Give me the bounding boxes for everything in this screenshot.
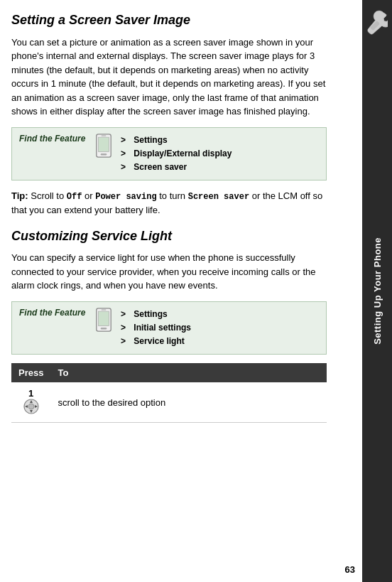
wrench-icon-container xyxy=(366,10,388,39)
svg-rect-3 xyxy=(102,135,107,136)
table-header-press: Press xyxy=(11,363,50,382)
table-header-to: To xyxy=(50,363,327,382)
find-feature-steps-2: > Settings > Initial settings > Service … xyxy=(121,308,191,349)
tip-text: Tip: Scroll to Off or Power saving to tu… xyxy=(11,189,327,217)
svg-rect-5 xyxy=(98,311,109,325)
side-tab: Setting Up Your Phone xyxy=(362,0,392,582)
section1-title: Setting a Screen Saver Image xyxy=(11,13,327,28)
section1-body: You can set a picture or animation as a … xyxy=(11,36,327,119)
find-feature-label-2: Find the Feature xyxy=(19,308,87,318)
find-feature-box-1: Find the Feature > Settings > Display/Ex… xyxy=(11,127,327,181)
side-tab-label: Setting Up Your Phone xyxy=(372,237,383,345)
tip-power-saving: Power saving xyxy=(95,192,156,202)
table-header-row: Press To xyxy=(11,363,327,382)
find-feature-label-1: Find the Feature xyxy=(19,134,87,144)
service-light-step: Service light xyxy=(134,335,184,348)
svg-rect-1 xyxy=(98,137,109,151)
row-number: 1 xyxy=(18,388,43,399)
table-cell-action: scroll to the desired option xyxy=(50,382,327,423)
press-to-table: Press To 1 xyxy=(11,363,327,423)
initial-settings-step: Initial settings xyxy=(134,321,191,335)
section2-title: Customizing Service Light xyxy=(11,229,327,244)
table-cell-number: 1 xyxy=(11,382,50,423)
svg-rect-7 xyxy=(102,309,107,311)
page-container: Setting a Screen Saver Image You can set… xyxy=(0,0,392,582)
page-number: 63 xyxy=(345,564,355,575)
phone-icon-1 xyxy=(94,134,114,158)
table-row: 1 scroll to the desired option xyxy=(11,382,327,423)
svg-point-9 xyxy=(28,404,34,409)
svg-rect-6 xyxy=(101,328,107,330)
find-feature-steps-1: > Settings > Display/External display > … xyxy=(121,134,232,175)
find-feature-box-2: Find the Feature > Settings > Initial se… xyxy=(11,301,327,355)
tip-screen-saver: Screen saver xyxy=(188,192,249,202)
phone-icon-2 xyxy=(94,308,114,332)
main-content: Setting a Screen Saver Image You can set… xyxy=(0,0,362,582)
wrench-icon xyxy=(366,10,388,37)
section2-body: You can specify a service light for use … xyxy=(11,251,327,293)
rocker-icon xyxy=(23,399,39,414)
tip-off: Off xyxy=(67,192,82,202)
svg-rect-2 xyxy=(101,153,107,156)
